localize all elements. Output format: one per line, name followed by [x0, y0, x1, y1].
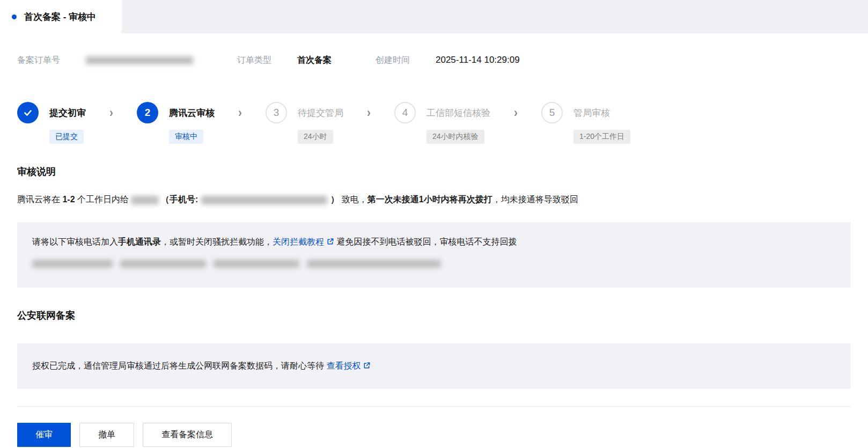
police-filing-box: 授权已完成，通信管理局审核通过后将生成公网联网备案数据码，请耐心等待 查看授权 [17, 343, 851, 389]
redacted-review-phone [307, 260, 441, 268]
view-filing-info-button[interactable]: 查看备案信息 [143, 423, 232, 447]
created-time-value: 2025-11-14 10:29:09 [436, 55, 520, 65]
redacted-order-number [86, 56, 193, 64]
redacted-review-phone [120, 260, 206, 268]
external-link-icon[interactable] [363, 361, 371, 372]
step4-number: 4 [402, 107, 408, 119]
step-submit-authority: 3 待提交管局 24小时 [266, 101, 343, 144]
step-miit-sms-verify: 4 工信部短信核验 24小时内核验 [394, 101, 490, 144]
step5-status-badge: 1-20个工作日 [573, 130, 630, 144]
redacted-review-phone [214, 260, 299, 268]
created-time-label: 创建时间 [376, 55, 410, 66]
close-interception-tutorial-link[interactable]: 关闭拦截教程 [273, 237, 324, 246]
step-authority-review: 5 管局审核 1-20个工作日 [541, 101, 630, 144]
step3-number: 3 [274, 107, 279, 119]
step2-number-circle: 2 [137, 102, 158, 123]
review-section-title: 审核说明 [17, 165, 851, 178]
step2-number: 2 [145, 107, 151, 119]
active-tab-dot-icon [12, 14, 17, 19]
notice-text: 避免因接不到电话被驳回，审核电话不支持回拨 [334, 237, 517, 246]
order-type-label: 订单类型 [237, 55, 271, 66]
step4-status-badge: 24小时内核验 [426, 130, 484, 144]
step1-label: 提交初审 [49, 107, 86, 119]
view-authorization-link[interactable]: 查看授权 [326, 361, 361, 370]
footer-divider [17, 406, 851, 407]
tab-first-filing[interactable]: 首次备案 - 审核中 [0, 0, 122, 33]
police-section-title: 公安联网备案 [17, 309, 851, 322]
review-days-bold: 1-2 [60, 195, 77, 204]
step1-check-circle [17, 102, 39, 123]
step-tencent-review: 2 腾讯云审核 审核中 [137, 101, 215, 144]
step-submit-review: 提交初审 已提交 [17, 101, 86, 144]
external-link-icon[interactable] [326, 233, 334, 253]
action-button-row: 催审 撤单 查看备案信息 [17, 423, 851, 447]
top-tab-bar: 首次备案 - 审核中 [0, 0, 868, 33]
step4-number-circle: 4 [394, 102, 416, 123]
order-info-row: 备案订单号 订单类型 首次备案 创建时间 2025-11-14 10:29:09 [17, 33, 851, 71]
review-text: 个工作日内给 [77, 195, 129, 204]
order-number-label: 备案订单号 [17, 55, 60, 66]
step4-label: 工信部短信核验 [426, 107, 490, 119]
step5-number-circle: 5 [541, 102, 563, 123]
step3-number-circle: 3 [266, 102, 287, 123]
withdraw-order-button[interactable]: 撤单 [79, 423, 134, 447]
step3-label: 待提交管局 [298, 107, 343, 119]
step3-status-badge: 24小时 [298, 130, 333, 144]
notice-text: 请将以下审核电话加入 [32, 237, 118, 246]
order-type-value: 首次备案 [297, 55, 332, 66]
redacted-review-phone [32, 260, 113, 268]
review-phone-notice-box: 请将以下审核电话加入手机通讯录，或暂时关闭骚扰拦截功能，关闭拦截教程 避免因接不… [17, 222, 851, 288]
notice-text: ，或暂时关闭骚扰拦截功能， [161, 237, 273, 246]
step5-number: 5 [549, 107, 555, 119]
step1-status-badge: 已提交 [49, 130, 84, 144]
redacted-contact-name [131, 196, 159, 204]
notice-contacts-bold: 手机通讯录 [118, 237, 161, 246]
step2-status-badge: 审核中 [169, 130, 203, 144]
review-text: ，均未接通将导致驳回 [492, 195, 578, 204]
chevron-right-icon: › [109, 99, 113, 127]
step5-label: 管局审核 [573, 107, 610, 119]
phone-notice-line: 请将以下审核电话加入手机通讯录，或暂时关闭骚扰拦截功能，关闭拦截教程 避免因接不… [32, 232, 836, 253]
redacted-phone-list-line [32, 253, 836, 274]
chevron-right-icon: › [238, 99, 242, 127]
step2-label: 腾讯云审核 [169, 107, 215, 119]
review-redial-bold: 第一次未接通1小时内将再次拨打 [367, 195, 492, 204]
review-phone-label-bold: （手机号: [161, 195, 198, 204]
chevron-right-icon: › [514, 99, 518, 127]
review-paren-bold: ） [330, 195, 339, 204]
tab-label: 首次备案 - 审核中 [24, 11, 96, 23]
chevron-right-icon: › [367, 99, 371, 127]
urge-review-button[interactable]: 催审 [17, 423, 71, 447]
review-text: 腾讯云将在 [17, 195, 60, 204]
review-text: 致电， [339, 195, 367, 204]
check-icon [23, 107, 33, 118]
redacted-phone-numbers [201, 196, 327, 204]
progress-steps: 提交初审 已提交 › 2 腾讯云审核 审核中 › 3 待提交管局 24小时 [17, 101, 851, 144]
review-call-notice: 腾讯云将在 1-2 个工作日内给（手机号:） 致电，第一次未接通1小时内将再次拨… [17, 193, 851, 206]
police-filing-text: 授权已完成，通信管理局审核通过后将生成公网联网备案数据码，请耐心等待 [32, 361, 326, 370]
